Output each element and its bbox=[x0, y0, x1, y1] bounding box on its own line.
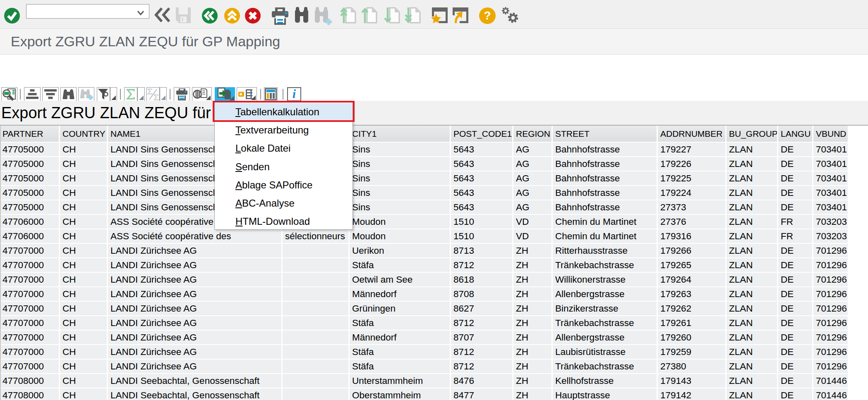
svg-text:?: ? bbox=[484, 9, 491, 22]
